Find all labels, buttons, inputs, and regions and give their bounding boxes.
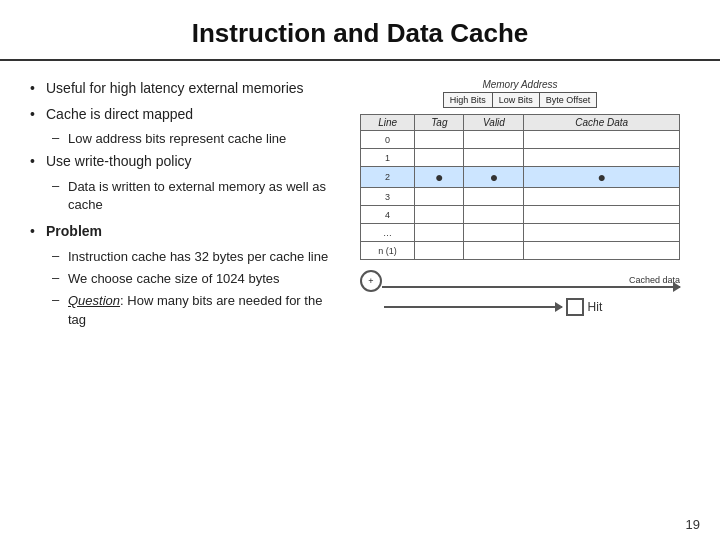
table-row-highlight: 2 ● ● ●	[361, 167, 680, 188]
row-0-line: 0	[361, 131, 415, 149]
bullet-dot-2: •	[30, 106, 46, 122]
sub-bullet-2-1: – Low address bits represent cache line	[52, 130, 340, 148]
sub-dash-4-2: –	[52, 270, 68, 285]
hit-label: Hit	[588, 300, 603, 314]
bottom-diagram: + Cached data	[360, 270, 680, 292]
memory-address-bar: Memory Address High Bits Low Bits Byte O…	[360, 79, 680, 108]
row-dots-line: …	[361, 224, 415, 242]
row-n-data	[524, 242, 680, 260]
right-column: Memory Address High Bits Low Bits Byte O…	[350, 79, 690, 333]
table-row: 1	[361, 149, 680, 167]
row-1-data	[524, 149, 680, 167]
diagram-circle: +	[360, 270, 382, 292]
row-n-tag	[415, 242, 464, 260]
sub-dash-3-1: –	[52, 178, 68, 193]
table-row: …	[361, 224, 680, 242]
page-title: Instruction and Data Cache	[192, 18, 529, 48]
hit-arrow-line	[384, 306, 562, 308]
bullet-3: • Use write-though policy	[30, 152, 340, 172]
col-tag: Tag	[415, 115, 464, 131]
bullet-4: • Problem	[30, 222, 340, 242]
row-2-valid: ●	[464, 167, 524, 188]
table-row: n (1)	[361, 242, 680, 260]
sub-text-2-1: Low address bits represent cache line	[68, 130, 286, 148]
sub-text-4-1: Instruction cache has 32 bytes per cache…	[68, 248, 328, 266]
row-4-line: 4	[361, 206, 415, 224]
sub-bullet-3-1: – Data is written to external memory as …	[52, 178, 340, 214]
mem-addr-cell-low: Low Bits	[493, 93, 540, 107]
bullet-text-1: Useful for high latency external memorie…	[46, 79, 304, 99]
row-2-data: ●	[524, 167, 680, 188]
col-line: Line	[361, 115, 415, 131]
col-data: Cache Data	[524, 115, 680, 131]
page-number: 19	[686, 517, 700, 532]
sub-text-3-1: Data is written to external memory as we…	[68, 178, 340, 214]
bullet-text-3: Use write-though policy	[46, 152, 192, 172]
sub-text-4-2: We choose cache size of 1024 bytes	[68, 270, 280, 288]
cache-table-wrap: Line Tag Valid Cache Data 0	[360, 114, 680, 260]
arrowhead-1	[673, 282, 681, 292]
row-2-tag: ●	[415, 167, 464, 188]
row-dots-data	[524, 224, 680, 242]
mem-addr-cell-byte: Byte Offset	[540, 93, 596, 107]
row-dots-tag	[415, 224, 464, 242]
arrowhead-hit	[555, 302, 563, 312]
gate-symbol	[566, 298, 584, 316]
mem-addr-cells: High Bits Low Bits Byte Offset	[443, 92, 597, 108]
row-0-data	[524, 131, 680, 149]
row-1-line: 1	[361, 149, 415, 167]
sub-bullet-4-3: – Question: How many bits are needed for…	[52, 292, 340, 328]
row-4-tag	[415, 206, 464, 224]
bullet-1: • Useful for high latency external memor…	[30, 79, 340, 99]
table-row: 4	[361, 206, 680, 224]
mem-addr-cell-high: High Bits	[444, 93, 493, 107]
row-1-valid	[464, 149, 524, 167]
cache-table: Line Tag Valid Cache Data 0	[360, 114, 680, 260]
row-3-tag	[415, 188, 464, 206]
bullet-text-4: Problem	[46, 222, 102, 242]
cache-diagram: Memory Address High Bits Low Bits Byte O…	[360, 79, 680, 316]
row-3-valid	[464, 188, 524, 206]
table-header-row: Line Tag Valid Cache Data	[361, 115, 680, 131]
bullet-dot-4: •	[30, 223, 46, 239]
sub-text-4-3: Question: How many bits are needed for t…	[68, 292, 340, 328]
bullet-2: • Cache is direct mapped	[30, 105, 340, 125]
row-0-valid	[464, 131, 524, 149]
sub-dash-4-3: –	[52, 292, 68, 307]
row-n-line: n (1)	[361, 242, 415, 260]
col-valid: Valid	[464, 115, 524, 131]
mem-addr-label: Memory Address	[482, 79, 557, 90]
row-n-valid	[464, 242, 524, 260]
hit-arrow-row: Hit	[360, 298, 680, 316]
arrow-area: Cached data	[382, 275, 680, 288]
content-area: • Useful for high latency external memor…	[0, 61, 720, 343]
bullet-dot-3: •	[30, 153, 46, 169]
row-dots-valid	[464, 224, 524, 242]
bullet-text-2: Cache is direct mapped	[46, 105, 193, 125]
row-0-tag	[415, 131, 464, 149]
table-row: 3	[361, 188, 680, 206]
bullet-dot-1: •	[30, 80, 46, 96]
title-section: Instruction and Data Cache	[0, 0, 720, 61]
left-column: • Useful for high latency external memor…	[30, 79, 340, 333]
row-3-data	[524, 188, 680, 206]
row-3-line: 3	[361, 188, 415, 206]
sub-dash-2-1: –	[52, 130, 68, 145]
sub-dash-4-1: –	[52, 248, 68, 263]
table-row: 0	[361, 131, 680, 149]
sub-bullet-4-1: – Instruction cache has 32 bytes per cac…	[52, 248, 340, 266]
sub-bullet-4-2: – We choose cache size of 1024 bytes	[52, 270, 340, 288]
row-1-tag	[415, 149, 464, 167]
arrow-line-1	[382, 286, 680, 288]
row-4-data	[524, 206, 680, 224]
row-4-valid	[464, 206, 524, 224]
row-2-line: 2	[361, 167, 415, 188]
